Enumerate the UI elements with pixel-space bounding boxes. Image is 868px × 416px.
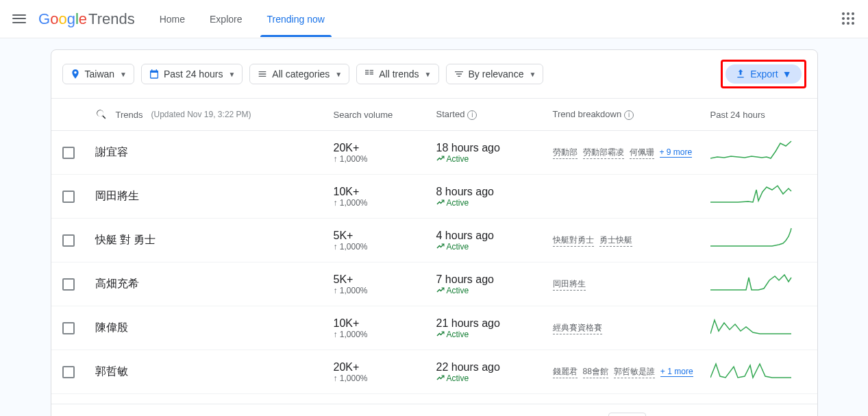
rows-per-page-select[interactable]: 25 ▼ — [608, 413, 646, 416]
pagination-controls — [713, 413, 804, 417]
sparkline — [710, 357, 806, 387]
filter-sort[interactable]: By relevance ▼ — [446, 64, 544, 84]
trend-breakdown: 勞動部勞動部霸凌何佩珊+ 9 more — [553, 147, 710, 159]
breakdown-term[interactable]: 勞動部霸凌 — [583, 147, 624, 159]
export-label: Export — [750, 69, 778, 79]
hamburger-menu-icon[interactable] — [11, 11, 27, 27]
table-row[interactable]: 謝宜容20K+↑ 1,000%18 hours agoActive勞動部勞動部霸… — [51, 131, 817, 175]
chevron-down-icon: ▼ — [529, 71, 536, 78]
chevron-down-icon: ▼ — [425, 71, 432, 78]
breakdown-term[interactable]: 勞動部 — [553, 147, 578, 159]
col-breakdown: Trend breakdown — [553, 109, 622, 119]
search-volume: 20K+↑ 1,000% — [334, 142, 436, 164]
breakdown-term[interactable]: 88會館 — [583, 366, 608, 378]
row-checkbox[interactable] — [62, 366, 75, 378]
breakdown-term[interactable]: 錢麗君 — [553, 366, 578, 378]
filter-time[interactable]: Past 24 hours ▼ — [141, 64, 243, 84]
search-icon[interactable] — [95, 108, 108, 121]
app-header: Google Trends Home Explore Trending now — [0, 0, 868, 38]
trend-name: 郭哲敏 — [95, 365, 334, 379]
breakdown-term[interactable]: 何佩珊 — [630, 147, 654, 159]
export-button[interactable]: Export ▼ — [726, 64, 801, 84]
breakdown-term[interactable]: 快艇對勇士 — [553, 234, 594, 247]
breakdown-term[interactable]: 勇士快艇 — [599, 234, 632, 247]
breakdown-more-link[interactable]: + 9 more — [660, 147, 693, 158]
trend-name: 岡田將生 — [95, 189, 334, 204]
trend-breakdown: 岡田將生 — [553, 278, 710, 291]
table-row[interactable]: 郭哲敏20K+↑ 1,000%22 hours agoActive錢麗君88會館… — [51, 350, 817, 394]
export-icon — [735, 69, 746, 79]
nav-home[interactable]: Home — [157, 1, 188, 37]
trend-breakdown: 錢麗君88會館郭哲敏是誰+ 1 more — [553, 366, 710, 378]
trend-name: 快艇 對 勇士 — [95, 233, 334, 247]
sparkline — [710, 313, 806, 343]
trend-name: 謝宜容 — [95, 145, 334, 160]
row-checkbox[interactable] — [62, 234, 75, 247]
col-search-volume: Search volume — [334, 110, 436, 120]
chevron-down-icon: ▼ — [782, 69, 792, 79]
col-started: Started — [436, 109, 465, 119]
updated-timestamp: (Updated Nov 19, 3:22 PM) — [151, 110, 251, 119]
filter-trends-type[interactable]: All trends ▼ — [356, 64, 438, 84]
started-time: 21 hours agoActive — [436, 317, 553, 339]
info-icon[interactable]: i — [467, 110, 477, 120]
row-checkbox[interactable] — [62, 278, 75, 291]
page-body: Taiwan ▼ Past 24 hours ▼ All categories … — [0, 38, 868, 416]
filter-category[interactable]: All categories ▼ — [249, 64, 349, 84]
info-icon[interactable]: i — [624, 110, 634, 120]
breakdown-term[interactable]: 郭哲敏是誰 — [614, 366, 655, 378]
row-checkbox[interactable] — [62, 191, 75, 203]
search-volume: 10K+↑ 1,000% — [334, 317, 436, 339]
last-page-button[interactable] — [787, 413, 804, 417]
chevron-down-icon: ▼ — [228, 71, 235, 78]
search-volume: 20K+↑ 1,000% — [334, 361, 436, 383]
filter-geo[interactable]: Taiwan ▼ — [62, 64, 135, 84]
breakdown-term[interactable]: 經典賽資格賽 — [553, 322, 602, 334]
nav-trending-now[interactable]: Trending now — [264, 1, 327, 37]
row-checkbox[interactable] — [62, 147, 75, 159]
google-trends-logo[interactable]: Google Trends — [38, 10, 135, 28]
nav-explore[interactable]: Explore — [207, 1, 245, 37]
trend-breakdown: 快艇對勇士勇士快艇 — [553, 234, 710, 247]
search-volume: 5K+↑ 1,000% — [334, 230, 436, 252]
trend-name: 高畑充希 — [95, 277, 334, 291]
filter-sort-label: By relevance — [469, 69, 524, 79]
sparkline — [710, 269, 806, 299]
sparkline — [710, 138, 806, 167]
next-page-button[interactable] — [762, 413, 779, 417]
row-checkbox[interactable] — [62, 322, 75, 334]
breakdown-term[interactable]: 岡田將生 — [553, 278, 586, 291]
filter-category-label: All categories — [272, 69, 330, 79]
table-row[interactable]: 陳偉殷10K+↑ 1,000%21 hours agoActive經典賽資格賽 — [51, 306, 817, 350]
started-time: 18 hours agoActive — [436, 142, 553, 164]
filter-trends-type-label: All trends — [379, 69, 419, 79]
trend-breakdown: 經典賽資格賽 — [553, 322, 710, 334]
search-volume: 10K+↑ 1,000% — [334, 186, 436, 208]
first-page-button[interactable] — [713, 413, 730, 417]
started-time: 4 hours agoActive — [436, 230, 553, 252]
main-nav: Home Explore Trending now — [157, 1, 327, 37]
table-row[interactable]: 快艇 對 勇士5K+↑ 1,000%4 hours agoActive快艇對勇士… — [51, 219, 817, 262]
started-time: 8 hours agoActive — [436, 186, 553, 208]
trend-name: 陳偉殷 — [95, 321, 334, 335]
table-row-partial — [51, 394, 817, 404]
table-footer: Rows per page 25 ▼ 1–25 of 97 — [51, 404, 817, 416]
col-trends: Trends — [116, 110, 143, 120]
filter-time-label: Past 24 hours — [164, 69, 223, 79]
table-header: Trends (Updated Nov 19, 3:22 PM) Search … — [51, 98, 817, 131]
logo-product-text: Trends — [88, 10, 135, 28]
sparkline — [710, 225, 806, 255]
sparkline — [710, 182, 806, 211]
breakdown-more-link[interactable]: + 1 more — [660, 367, 693, 377]
table-body: 謝宜容20K+↑ 1,000%18 hours agoActive勞動部勞動部霸… — [51, 131, 817, 394]
filter-bar: Taiwan ▼ Past 24 hours ▼ All categories … — [51, 50, 817, 98]
google-apps-icon[interactable] — [841, 11, 857, 27]
prev-page-button[interactable] — [738, 413, 754, 417]
search-volume: 5K+↑ 1,000% — [334, 273, 436, 295]
table-row[interactable]: 高畑充希5K+↑ 1,000%7 hours agoActive岡田將生 — [51, 262, 817, 306]
trends-card: Taiwan ▼ Past 24 hours ▼ All categories … — [51, 49, 818, 416]
col-timerange: Past 24 hours — [710, 110, 806, 120]
table-row[interactable]: 岡田將生10K+↑ 1,000%8 hours agoActive — [51, 175, 817, 219]
started-time: 7 hours agoActive — [436, 273, 553, 295]
chevron-down-icon: ▼ — [335, 71, 342, 78]
